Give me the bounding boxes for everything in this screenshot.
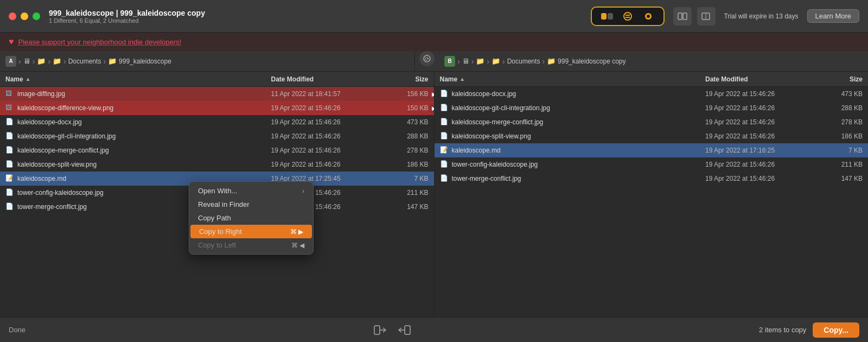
bc-documents-left: Documents	[68, 58, 101, 65]
file-name: kaleidoscope-git-cli-integration.jpg	[17, 132, 271, 140]
file-size: 186 KB	[385, 161, 429, 168]
sync-button[interactable]: ⟳	[419, 51, 435, 66]
right-panel-label: B	[444, 56, 455, 67]
svg-rect-13	[374, 326, 380, 334]
ctx-reveal-finder[interactable]: Reveal in Finder	[189, 198, 313, 211]
trial-text: Trial will expire in 13 days	[724, 12, 799, 20]
file-size: 150 KB	[385, 104, 429, 112]
right-file-panel: Name ▲ Date Modified Size 📄 kaleidoscope…	[435, 72, 869, 317]
table-row[interactable]: 📄 kaleidoscope-split-view.png 19 Apr 202…	[0, 157, 434, 172]
app-subtitle: 1 Different, 6 Equal, 2 Unmatched	[49, 17, 591, 24]
bc-sep-4: ›	[63, 57, 66, 66]
bc-sep-r5: ›	[542, 57, 545, 66]
shortcut-copy-left: ⌘ ◀	[291, 242, 304, 249]
bc-sep-2: ›	[33, 57, 35, 66]
file-icon: 🖼	[5, 104, 14, 112]
copy-right-button[interactable]	[374, 325, 387, 335]
support-banner: ♥ Please support your neighborhood indie…	[0, 33, 868, 51]
sort-arrow-right: ▲	[459, 76, 465, 82]
folder-icon-r2: 📁	[492, 57, 500, 65]
file-icon: 📄	[440, 160, 449, 169]
file-name: kaleidoscope-docx.jpg	[17, 118, 271, 126]
tile-right-button[interactable]	[697, 7, 716, 26]
file-size: 211 KB	[385, 189, 429, 197]
table-row[interactable]: 📄 kaleidoscope-docx.jpg 19 Apr 2022 at 1…	[435, 87, 869, 101]
file-date: 19 Apr 2022 at 15:46:26	[271, 104, 385, 112]
ctx-open-with[interactable]: Open With... ›	[189, 184, 313, 198]
equal-icon[interactable]	[620, 11, 635, 22]
file-size: 278 KB	[385, 147, 429, 154]
tile-left-button[interactable]	[673, 7, 692, 26]
hdd-icon-r: 🖥	[462, 57, 469, 65]
titlebar: 999_kaleidoscope | 999_kaleidoscope copy…	[0, 0, 868, 33]
file-size: 147 KB	[385, 203, 429, 211]
folder-icon-2: 📁	[53, 57, 61, 65]
table-row[interactable]: 📝 kaleidoscope.md 19 Apr 2022 at 17:16:2…	[435, 143, 869, 157]
ctx-copy-left[interactable]: Copy to Left ⌘ ◀	[189, 238, 313, 252]
submenu-arrow-icon: ›	[302, 187, 304, 195]
bc-sep-r2: ›	[471, 57, 474, 66]
right-file-list: 📄 kaleidoscope-docx.jpg 19 Apr 2022 at 1…	[435, 87, 869, 317]
circle-icon[interactable]	[641, 11, 656, 22]
ctx-copy-right[interactable]: Copy to Right ⌘ ▶	[190, 225, 312, 238]
file-icon: 📄	[5, 118, 14, 126]
file-icon: 📄	[5, 146, 14, 155]
file-date: 19 Apr 2022 at 15:46:26	[705, 90, 819, 98]
file-size: 473 KB	[819, 90, 863, 98]
file-name: image-diffing.jpg	[17, 90, 271, 98]
file-date: 11 Apr 2022 at 18:41:57	[271, 90, 385, 98]
file-icon: 📄	[440, 174, 449, 183]
file-date: 19 Apr 2022 at 15:46:26	[705, 118, 819, 126]
table-row[interactable]: 📄 kaleidoscope-git-cli-integration.jpg 1…	[435, 101, 869, 115]
minimize-button[interactable]	[21, 12, 28, 20]
heart-icon: ♥	[9, 37, 14, 47]
hdd-icon: 🖥	[23, 57, 30, 65]
ctx-copy-path[interactable]: Copy Path	[189, 211, 313, 225]
file-date: 19 Apr 2022 at 15:46:26	[705, 175, 819, 182]
status-text: Done	[9, 326, 25, 334]
folder-icon-r3: 📁	[547, 57, 556, 65]
app-title: 999_kaleidoscope | 999_kaleidoscope copy	[49, 9, 591, 17]
left-size-header: Size	[385, 75, 429, 83]
file-size: 278 KB	[819, 118, 863, 126]
file-name: kaleidoscope-split-view.png	[452, 132, 706, 140]
folder-icon-3: 📁	[108, 57, 117, 65]
main-content: Name ▲ Date Modified Size 🖼 image-diffin…	[0, 72, 868, 317]
bc-folder-left: 999_kaleidoscope	[119, 58, 171, 65]
svg-rect-7	[678, 13, 682, 20]
fullscreen-button[interactable]	[33, 12, 40, 20]
file-size: 186 KB	[819, 132, 863, 140]
file-date: 19 Apr 2022 at 15:46:26	[705, 161, 819, 168]
sort-arrow-left: ▲	[25, 76, 31, 82]
file-icon: 📄	[5, 202, 14, 211]
table-row[interactable]: 📄 kaleidoscope-split-view.png 19 Apr 202…	[435, 129, 869, 143]
toggle-icon[interactable]	[599, 11, 615, 22]
breadcrumb-right: B › 🖥 › 📁 › 📁 › Documents › 📁 999_kaleid…	[439, 51, 868, 71]
file-icon: 📄	[440, 118, 449, 126]
copy-left-button[interactable]	[398, 325, 411, 335]
folder-icon-r1: 📁	[476, 57, 484, 65]
table-row[interactable]: 📄 kaleidoscope-git-cli-integration.jpg 1…	[0, 129, 434, 143]
statusbar: Done 2 items to copy Copy...	[0, 317, 868, 342]
svg-point-6	[647, 15, 650, 18]
close-button[interactable]	[9, 12, 16, 20]
file-size: 211 KB	[819, 161, 863, 168]
right-size-header: Size	[819, 75, 863, 83]
table-row[interactable]: 📄 kaleidoscope-merge-conflict.jpg 19 Apr…	[0, 143, 434, 157]
table-row[interactable]: 📄 tower-merge-conflict.jpg 19 Apr 2022 a…	[435, 172, 869, 186]
table-row[interactable]: 🖼 image-diffing.jpg 11 Apr 2022 at 18:41…	[0, 87, 434, 101]
left-name-header: Name ▲	[5, 75, 271, 83]
diff-arrow-2: ▶	[430, 104, 434, 112]
table-row[interactable]: 📄 kaleidoscope-docx.jpg 19 Apr 2022 at 1…	[0, 115, 434, 129]
table-row[interactable]: 📄 tower-config-kaleidoscope.jpg 19 Apr 2…	[435, 157, 869, 172]
file-name: tower-config-kaleidoscope.jpg	[452, 161, 706, 168]
table-row[interactable]: 📄 kaleidoscope-merge-conflict.jpg 19 Apr…	[435, 115, 869, 129]
banner-message: Please support your neighborhood indie d…	[18, 38, 182, 46]
file-date: 19 Apr 2022 at 15:46:26	[705, 104, 819, 112]
copy-button[interactable]: Copy...	[813, 322, 859, 338]
table-row[interactable]: 🖼 kaleidoscope-difference-view.png 19 Ap…	[0, 101, 434, 115]
left-date-header: Date Modified	[271, 75, 385, 83]
learn-more-button[interactable]: Learn More	[807, 9, 859, 23]
left-panel-label: A	[5, 56, 16, 67]
bc-sep-5: ›	[103, 57, 106, 66]
